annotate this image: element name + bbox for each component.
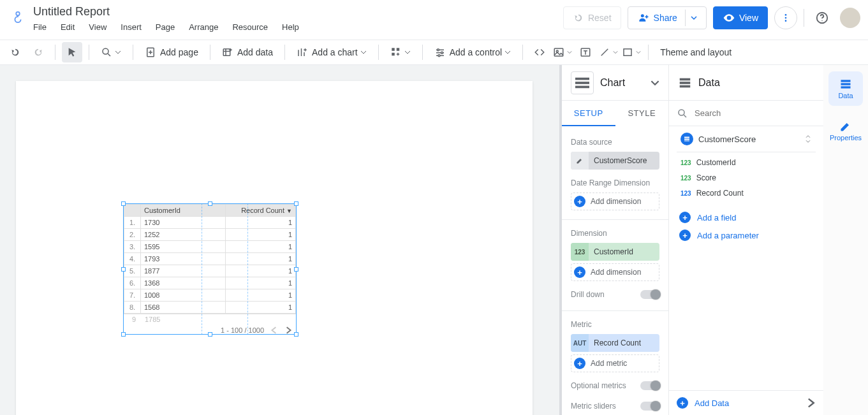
prev-page-button[interactable] (270, 326, 278, 334)
account-avatar[interactable] (840, 8, 860, 28)
sidetab-properties[interactable]: Properties (828, 113, 863, 148)
selected-table-chart[interactable]: CustomerId Record Count ▼ 1.173012.12521… (123, 203, 297, 335)
svg-point-3 (785, 14, 787, 16)
drill-down-toggle[interactable] (640, 290, 659, 299)
add-parameter-link[interactable]: +Add a parameter (677, 226, 816, 244)
table-row[interactable]: 5.18771 (124, 265, 296, 277)
add-date-dimension[interactable]: +Add dimension (571, 193, 659, 210)
canvas[interactable]: CustomerId Record Count ▼ 1.173012.12521… (0, 65, 559, 415)
metric-sliders-toggle[interactable] (640, 402, 659, 411)
menu-insert[interactable]: Insert (121, 22, 142, 32)
menu-resource[interactable]: Resource (232, 22, 268, 32)
svg-point-27 (679, 110, 684, 115)
text-button[interactable] (575, 42, 596, 62)
svg-rect-32 (841, 83, 851, 85)
community-viz-button[interactable] (385, 42, 416, 62)
resize-handle[interactable] (121, 267, 126, 272)
svg-rect-25 (680, 82, 691, 84)
embed-button[interactable] (529, 42, 550, 62)
menu-view[interactable]: View (89, 22, 107, 32)
table-row[interactable]: 2.12521 (124, 229, 296, 241)
chart-type-dropdown[interactable] (651, 78, 659, 87)
share-button[interactable]: Share (628, 6, 707, 29)
add-metric[interactable]: +Add metric (571, 354, 659, 372)
next-page-button[interactable] (284, 326, 292, 334)
menu-edit[interactable]: Edit (61, 22, 75, 32)
menu-help[interactable]: Help (282, 22, 299, 32)
panel-title: Chart (600, 77, 644, 89)
image-button[interactable] (552, 42, 573, 62)
shape-button[interactable] (621, 42, 642, 62)
collapse-icon[interactable] (804, 135, 812, 143)
redo-button[interactable] (28, 42, 48, 62)
add-field-link[interactable]: +Add a field (677, 208, 816, 226)
col-header-2[interactable]: Record Count ▼ (226, 205, 296, 217)
sidetab-data[interactable]: Data (828, 71, 863, 106)
svg-rect-24 (680, 78, 691, 80)
add-dimension[interactable]: +Add dimension (571, 263, 659, 281)
select-tool[interactable] (62, 42, 82, 62)
field-item[interactable]: 123CustomerId (677, 155, 816, 170)
tab-setup[interactable]: SETUP (562, 101, 615, 126)
resize-handle[interactable] (294, 267, 298, 272)
menu-file[interactable]: File (33, 22, 47, 32)
optional-metrics-toggle[interactable] (640, 381, 659, 390)
svg-point-2 (728, 17, 730, 18)
chevron-right-icon[interactable] (805, 398, 816, 408)
menu-page[interactable]: Page (156, 22, 175, 32)
zoom-tool[interactable] (96, 42, 126, 62)
add-data-link[interactable]: +Add Data (677, 397, 729, 409)
metric-chip[interactable]: AUTRecord Count (571, 334, 659, 352)
field-item[interactable]: 123Score (677, 170, 816, 186)
search-box[interactable] (669, 101, 823, 126)
table-row[interactable]: 6.13681 (124, 277, 296, 289)
table-row[interactable]: 4.17931 (124, 253, 296, 265)
menu-arrange[interactable]: Arrange (189, 22, 218, 32)
svg-point-7 (821, 20, 822, 21)
dimension-chip[interactable]: 123CustomerId (571, 243, 659, 261)
undo-button[interactable] (5, 42, 26, 62)
chart-type-icon[interactable] (571, 71, 594, 94)
col-header-1[interactable]: CustomerId (141, 205, 226, 217)
search-input[interactable] (693, 108, 816, 119)
table-row[interactable]: 7.10081 (124, 289, 296, 302)
help-icon (815, 11, 829, 25)
svg-rect-31 (841, 80, 851, 82)
share-dropdown[interactable] (685, 10, 702, 26)
reset-button: Reset (563, 6, 621, 29)
svg-point-0 (16, 12, 20, 16)
resize-handle[interactable] (294, 332, 298, 337)
theme-button[interactable]: Theme and layout (655, 42, 737, 62)
svg-rect-13 (392, 53, 395, 56)
more-vert-icon (781, 13, 791, 23)
table-row[interactable]: 3.15951 (124, 241, 296, 253)
more-options-button[interactable] (774, 6, 797, 29)
datasource-header[interactable]: CustomerScore (677, 126, 816, 152)
report-page[interactable]: CustomerId Record Count ▼ 1.173012.12521… (16, 81, 533, 415)
table-row[interactable]: 1.17301 (124, 217, 296, 229)
tab-style[interactable]: STYLE (615, 101, 669, 126)
field-item[interactable]: 123Record Count (677, 186, 816, 201)
help-button[interactable] (811, 6, 834, 29)
report-title[interactable]: Untitled Report (33, 5, 563, 18)
resize-handle[interactable] (294, 201, 298, 206)
add-chart-button[interactable]: Add a chart (291, 42, 372, 62)
resize-handle[interactable] (208, 332, 212, 337)
table-row[interactable]: 8.15681 (124, 302, 296, 314)
svg-rect-22 (575, 82, 589, 84)
chart-panel: Chart SETUP STYLE Data source CustomerSc… (562, 65, 669, 415)
view-button[interactable]: View (713, 6, 768, 29)
add-control-button[interactable]: Add a control (429, 42, 517, 62)
data-source-chip[interactable]: CustomerScore (571, 152, 659, 170)
add-data-button[interactable]: Add data (217, 42, 278, 62)
date-range-label: Date Range Dimension (571, 178, 659, 187)
resize-handle[interactable] (208, 201, 212, 206)
line-button[interactable] (598, 42, 619, 62)
svg-point-4 (785, 17, 787, 19)
data-icon (678, 76, 692, 90)
dimension-label: Dimension (571, 229, 659, 238)
add-page-button[interactable]: Add page (140, 42, 203, 62)
resize-handle[interactable] (121, 332, 126, 337)
resize-handle[interactable] (121, 201, 126, 206)
app-logo[interactable] (8, 6, 28, 27)
